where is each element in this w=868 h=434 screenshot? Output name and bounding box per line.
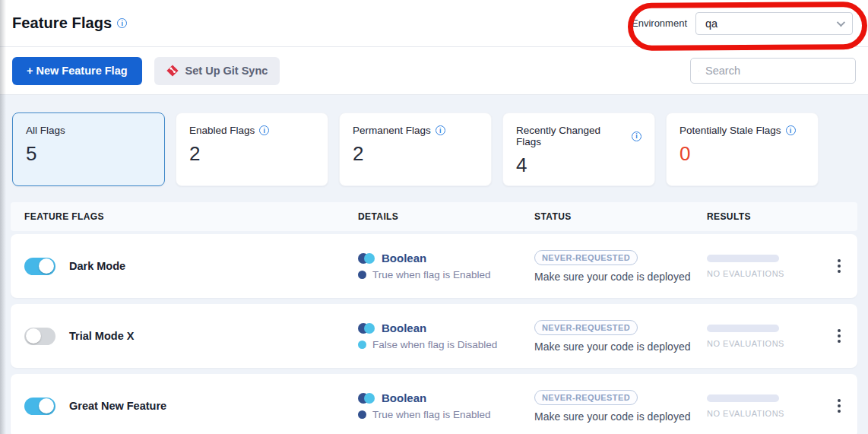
default-value-dot bbox=[358, 410, 366, 419]
results-bar bbox=[707, 255, 779, 262]
flag-toggle[interactable] bbox=[24, 398, 55, 415]
row-menu-kebab-icon[interactable] bbox=[832, 255, 847, 277]
default-value-dot bbox=[358, 271, 366, 279]
table-row: Great New Feature Boolean True when flag… bbox=[11, 374, 857, 434]
stat-card-recently-changed-flags[interactable]: Recently Changed Flagsi 4 bbox=[502, 112, 655, 186]
status-text: Make sure your code is deployed bbox=[534, 271, 707, 283]
environment-group: Environment qa bbox=[632, 12, 853, 35]
stat-value: 2 bbox=[353, 142, 478, 166]
default-rule: True when flag is Enabled bbox=[372, 269, 491, 280]
stats-row: All Flags 5 Enabled Flagsi 2 Permanent F… bbox=[0, 95, 868, 186]
table-row: Trial Mode X Boolean False when flag is … bbox=[11, 304, 857, 368]
page-title: Feature Flags bbox=[12, 14, 112, 32]
flag-toggle[interactable] bbox=[24, 258, 55, 275]
default-rule: True when flag is Enabled bbox=[372, 409, 491, 420]
flag-type: Boolean bbox=[382, 322, 426, 334]
chevron-down-icon bbox=[837, 17, 845, 26]
stat-label: Permanent Flags bbox=[353, 125, 431, 136]
flag-type: Boolean bbox=[382, 252, 426, 265]
new-feature-flag-button[interactable]: + New Feature Flag bbox=[12, 57, 142, 85]
info-icon[interactable]: i bbox=[436, 125, 445, 135]
row-menu-kebab-icon[interactable] bbox=[832, 394, 847, 417]
boolean-type-icon bbox=[358, 253, 375, 264]
status-badge: NEVER-REQUESTED bbox=[534, 390, 638, 405]
main-content: All Flags 5 Enabled Flagsi 2 Permanent F… bbox=[0, 95, 868, 434]
stat-value: 2 bbox=[189, 142, 315, 166]
column-status: STATUS bbox=[534, 211, 707, 222]
stat-value: 0 bbox=[680, 142, 805, 166]
info-icon[interactable]: i bbox=[632, 131, 641, 141]
boolean-type-icon bbox=[358, 393, 375, 404]
stat-label: Recently Changed Flags bbox=[516, 125, 627, 147]
default-rule: False when flag is Disabled bbox=[372, 339, 497, 350]
default-value-dot bbox=[358, 341, 366, 349]
results-text: NO EVALUATIONS bbox=[707, 409, 821, 418]
git-icon bbox=[166, 65, 179, 77]
boolean-type-icon bbox=[358, 323, 375, 334]
stat-label: Potentially Stale Flags bbox=[680, 125, 781, 136]
table-header: FEATURE FLAGS DETAILS STATUS RESULTS bbox=[11, 202, 857, 231]
environment-value: qa bbox=[705, 17, 837, 30]
results-text: NO EVALUATIONS bbox=[707, 269, 821, 278]
flag-toggle[interactable] bbox=[24, 328, 55, 345]
table-row: Dark Mode Boolean True when flag is Enab… bbox=[11, 234, 857, 298]
toolbar: + New Feature Flag Set Up Git Sync bbox=[0, 47, 868, 95]
results-text: NO EVALUATIONS bbox=[707, 339, 821, 348]
stat-card-all-flags[interactable]: All Flags 5 bbox=[12, 112, 165, 186]
environment-select[interactable]: qa bbox=[695, 12, 853, 35]
search-input[interactable] bbox=[705, 65, 847, 77]
column-feature-flags: FEATURE FLAGS bbox=[24, 211, 358, 222]
info-icon[interactable]: i bbox=[259, 125, 269, 135]
stat-value: 4 bbox=[516, 154, 641, 177]
status-text: Make sure your code is deployed bbox=[534, 410, 707, 423]
status-text: Make sure your code is deployed bbox=[534, 341, 707, 353]
flag-name[interactable]: Dark Mode bbox=[69, 260, 125, 272]
environment-label: Environment bbox=[632, 17, 687, 29]
stat-value: 5 bbox=[26, 142, 151, 166]
page-header: Feature Flags i Environment qa bbox=[0, 0, 868, 47]
stat-card-enabled-flags[interactable]: Enabled Flagsi 2 bbox=[176, 112, 328, 186]
search-box bbox=[690, 58, 856, 84]
flag-type: Boolean bbox=[382, 391, 426, 404]
stat-card-permanent-flags[interactable]: Permanent Flagsi 2 bbox=[339, 112, 492, 186]
set-up-git-sync-button[interactable]: Set Up Git Sync bbox=[154, 57, 280, 85]
info-icon[interactable]: i bbox=[117, 18, 127, 28]
flag-name[interactable]: Trial Mode X bbox=[69, 330, 134, 342]
stat-label: All Flags bbox=[26, 125, 65, 136]
stat-label: Enabled Flags bbox=[189, 125, 255, 136]
status-badge: NEVER-REQUESTED bbox=[534, 320, 638, 335]
results-bar bbox=[707, 394, 779, 402]
flag-name[interactable]: Great New Feature bbox=[69, 400, 166, 412]
git-sync-label: Set Up Git Sync bbox=[185, 65, 268, 77]
search-icon bbox=[699, 65, 699, 77]
column-details: DETAILS bbox=[358, 211, 534, 222]
column-results: RESULTS bbox=[707, 211, 821, 222]
status-badge: NEVER-REQUESTED bbox=[534, 250, 638, 265]
stat-card-potentially-stale-flags[interactable]: Potentially Stale Flagsi 0 bbox=[666, 112, 819, 186]
results-bar bbox=[707, 325, 779, 332]
row-menu-kebab-icon[interactable] bbox=[832, 325, 847, 347]
info-icon[interactable]: i bbox=[786, 125, 796, 135]
